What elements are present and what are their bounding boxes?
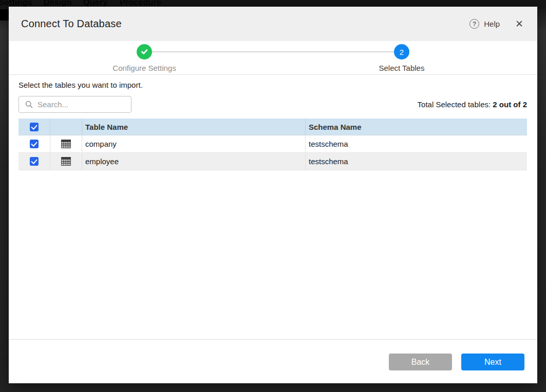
- background-shadow-band: [0, 9, 9, 21]
- table-grid-icon: [61, 156, 71, 166]
- help-button[interactable]: ? Help: [469, 19, 500, 29]
- row-checkbox[interactable]: [30, 140, 39, 148]
- menu-item-query: Query: [83, 0, 107, 7]
- selected-tables-summary: Total Selected tables: 2 out of 2: [418, 100, 527, 109]
- summary-label: Total Selected tables:: [418, 100, 491, 109]
- step-label: Select Tables: [345, 64, 458, 72]
- select-all-checkbox[interactable]: [30, 123, 39, 131]
- step-label: Configure Settings: [88, 64, 201, 72]
- search-input[interactable]: [37, 100, 140, 109]
- menu-item-procedure: Procedure: [120, 0, 161, 7]
- search-icon: [25, 101, 33, 108]
- instruction-text: Select the tables you want to import.: [18, 81, 527, 89]
- icon-column-header: [50, 119, 82, 135]
- column-header-table-name: Table Name: [82, 119, 306, 135]
- step-completed-circle: [137, 44, 152, 60]
- step-select-tables[interactable]: 2 Select Tables: [345, 44, 458, 72]
- table-grid-icon: [61, 139, 71, 149]
- menu-item-settings: Settings: [0, 0, 32, 7]
- step-configure-settings[interactable]: Configure Settings: [88, 44, 201, 72]
- menu-item-design: Design: [44, 0, 72, 7]
- dialog-header: Connect To Database ? Help ✕: [9, 7, 537, 41]
- dialog-footer: Back Next: [9, 339, 537, 383]
- dialog-title: Connect To Database: [21, 18, 122, 30]
- tables-list: Table Name Schema Name company testschem…: [18, 119, 527, 170]
- table-row[interactable]: employee testschema: [18, 153, 527, 170]
- close-icon[interactable]: ✕: [515, 19, 523, 29]
- dialog-body: Select the tables you want to import. To…: [9, 75, 537, 339]
- wizard-stepper: Configure Settings 2 Select Tables: [9, 41, 537, 75]
- column-header-schema-name: Schema Name: [306, 119, 527, 135]
- table-header-row: Table Name Schema Name: [18, 119, 527, 135]
- schema-name-cell: testschema: [306, 153, 527, 170]
- table-name-cell: company: [82, 135, 306, 152]
- row-checkbox[interactable]: [30, 157, 39, 166]
- summary-value: 2 out of 2: [493, 100, 527, 109]
- table-row[interactable]: company testschema: [18, 135, 527, 153]
- back-button[interactable]: Back: [389, 354, 452, 370]
- connect-to-database-dialog: Connect To Database ? Help ✕ Configure S…: [9, 7, 537, 383]
- schema-name-cell: testschema: [306, 135, 527, 152]
- search-box: [18, 96, 131, 113]
- help-label: Help: [484, 19, 500, 28]
- next-button[interactable]: Next: [461, 354, 524, 370]
- table-name-cell: employee: [82, 153, 306, 170]
- check-icon: [141, 49, 148, 55]
- question-mark-icon: ?: [469, 19, 479, 29]
- step-number-circle: 2: [394, 44, 409, 60]
